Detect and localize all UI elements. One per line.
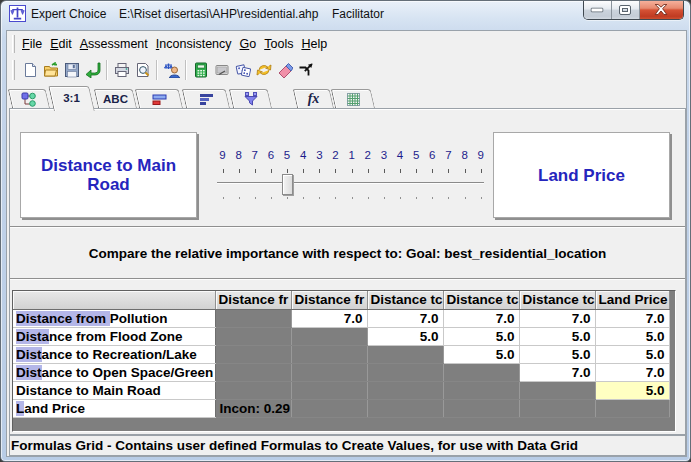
scale-tick bbox=[352, 169, 353, 173]
matrix-cell-empty[interactable] bbox=[367, 363, 443, 381]
participants-icon bbox=[164, 62, 180, 78]
menu-tools[interactable]: Tools bbox=[260, 33, 297, 55]
matrix-cell-selected[interactable]: 5.0 bbox=[595, 381, 669, 399]
matrix-cell-empty[interactable] bbox=[443, 381, 519, 399]
goto-button[interactable] bbox=[295, 59, 316, 81]
matrix-row-label[interactable]: Distance from Pollution bbox=[13, 309, 215, 327]
judgment-matrix: Distance frDistance frDistance tcDistanc… bbox=[12, 290, 676, 432]
dice-button[interactable] bbox=[232, 59, 253, 81]
slider-track[interactable] bbox=[217, 182, 484, 184]
matrix-cell-empty[interactable] bbox=[443, 399, 519, 417]
status-text: Formulas Grid - Contains user defined Fo… bbox=[11, 438, 578, 453]
matrix-cell-empty[interactable] bbox=[595, 399, 669, 417]
scale-tick bbox=[481, 169, 482, 173]
matrix-cell-empty[interactable] bbox=[367, 381, 443, 399]
matrix-cell-value[interactable]: 5.0 bbox=[595, 327, 669, 345]
save-button[interactable] bbox=[61, 59, 82, 81]
tab-priorities[interactable] bbox=[231, 89, 270, 109]
print-button[interactable] bbox=[111, 59, 132, 81]
matrix-cell-value[interactable]: 7.0 bbox=[519, 363, 595, 381]
matrix-cell-empty[interactable] bbox=[291, 363, 367, 381]
eraser-icon bbox=[277, 62, 293, 78]
open-folder-button[interactable] bbox=[40, 59, 61, 81]
menu-edit[interactable]: Edit bbox=[46, 33, 76, 55]
save-icon bbox=[64, 62, 80, 78]
matrix-row-label[interactable]: Land Price bbox=[13, 399, 215, 417]
matrix-col-header[interactable]: Distance tc bbox=[367, 291, 443, 309]
window-controls bbox=[583, 1, 684, 20]
tab-data-grid[interactable] bbox=[184, 89, 228, 109]
matrix-cell-value[interactable]: 7.0 bbox=[367, 309, 443, 327]
menu-file[interactable]: File bbox=[18, 33, 46, 55]
matrix-cell-empty[interactable] bbox=[291, 327, 367, 345]
left-alternative-box[interactable]: Distance to Main Road bbox=[20, 132, 197, 218]
title-bar[interactable]: Expert Choice E:\Riset disertasi\AHP\res… bbox=[1, 1, 690, 30]
tab-label: 3:1 bbox=[51, 86, 92, 109]
whiteboard-button[interactable] bbox=[211, 59, 232, 81]
matrix-cell-value[interactable]: 7.0 bbox=[291, 309, 367, 327]
matrix-corner-header[interactable] bbox=[13, 291, 215, 309]
matrix-col-header[interactable]: Distance fr bbox=[291, 291, 367, 309]
toolbar-gripper[interactable] bbox=[12, 60, 15, 80]
matrix-cell-empty[interactable] bbox=[367, 345, 443, 363]
menu-inconsistency[interactable]: Inconsistency bbox=[152, 33, 236, 55]
matrix-cell-empty[interactable] bbox=[443, 363, 519, 381]
tab-pairwise-matrix[interactable] bbox=[137, 89, 181, 109]
minimize-button[interactable] bbox=[584, 1, 612, 19]
right-alternative-box[interactable]: Land Price bbox=[493, 132, 670, 218]
matrix-cell-value[interactable]: 7.0 bbox=[519, 309, 595, 327]
matrix-row-label[interactable]: Distance from Flood Zone bbox=[13, 327, 215, 345]
matrix-row-label[interactable]: Distance to Open Space/Green bbox=[13, 363, 215, 381]
inconsistency-value[interactable]: Incon: 0.29 bbox=[215, 399, 291, 417]
print-preview-button[interactable] bbox=[132, 59, 153, 81]
tab-totals-grid[interactable] bbox=[333, 89, 373, 109]
matrix-cell-empty[interactable] bbox=[519, 381, 595, 399]
close-button[interactable] bbox=[640, 1, 683, 19]
eraser-button[interactable] bbox=[274, 59, 295, 81]
matrix-cell-empty[interactable] bbox=[291, 399, 367, 417]
matrix-cell-empty[interactable] bbox=[215, 327, 291, 345]
matrix-cell-value[interactable]: 7.0 bbox=[595, 309, 669, 327]
matrix-cell-empty[interactable] bbox=[215, 381, 291, 399]
matrix-cell-empty[interactable] bbox=[291, 345, 367, 363]
menu-help[interactable]: Help bbox=[297, 33, 331, 55]
matrix-cell-value[interactable]: 5.0 bbox=[443, 327, 519, 345]
refresh-button[interactable] bbox=[253, 59, 274, 81]
matrix-cell-empty[interactable] bbox=[215, 345, 291, 363]
menu-assessment[interactable]: Assessment bbox=[76, 33, 152, 55]
matrix-col-header[interactable]: Distance fr bbox=[215, 291, 291, 309]
matrix-cell-empty[interactable] bbox=[291, 381, 367, 399]
calculator-button[interactable] bbox=[190, 59, 211, 81]
participants-button[interactable] bbox=[161, 59, 182, 81]
matrix-cell-empty[interactable] bbox=[519, 399, 595, 417]
matrix-col-header[interactable]: Land Price bbox=[595, 291, 669, 309]
menu-go[interactable]: Go bbox=[236, 33, 261, 55]
slider-thumb[interactable] bbox=[282, 174, 293, 195]
matrix-cell-empty[interactable] bbox=[367, 399, 443, 417]
window-title-app: Expert Choice bbox=[31, 7, 106, 21]
new-document-icon bbox=[22, 62, 38, 78]
tab-pairwise-numerical[interactable]: 3:1 bbox=[51, 86, 92, 109]
enter-judgment-button[interactable] bbox=[82, 59, 103, 81]
matrix-cell-value[interactable]: 5.0 bbox=[443, 345, 519, 363]
tab-pairwise-verbal[interactable]: ABC bbox=[96, 89, 135, 109]
maximize-button[interactable] bbox=[612, 1, 640, 19]
matrix-cell-empty[interactable] bbox=[215, 363, 291, 381]
new-document-button[interactable] bbox=[19, 59, 40, 81]
tab-model-view[interactable] bbox=[10, 89, 48, 109]
matrix-cell-value[interactable]: 7.0 bbox=[595, 363, 669, 381]
matrix-cell-value[interactable]: 5.0 bbox=[595, 345, 669, 363]
matrix-row-label[interactable]: Distance to Main Road bbox=[13, 381, 215, 399]
menubar-gripper[interactable] bbox=[12, 35, 15, 53]
matrix-cell-value[interactable]: 5.0 bbox=[367, 327, 443, 345]
matrix-col-header[interactable]: Distance tc bbox=[443, 291, 519, 309]
scale-number: 2 bbox=[327, 149, 344, 161]
matrix-row-label[interactable]: Distance to Recreation/Lake bbox=[13, 345, 215, 363]
matrix-cell-empty[interactable] bbox=[215, 309, 291, 327]
matrix-cell-value[interactable]: 7.0 bbox=[443, 309, 519, 327]
matrix-cell-value[interactable]: 5.0 bbox=[519, 327, 595, 345]
matrix-cell-value[interactable]: 5.0 bbox=[519, 345, 595, 363]
label-highlight: Dist bbox=[16, 365, 42, 380]
tab-formulas-grid[interactable]: fx bbox=[295, 89, 332, 109]
matrix-col-header[interactable]: Distance tc bbox=[519, 291, 595, 309]
